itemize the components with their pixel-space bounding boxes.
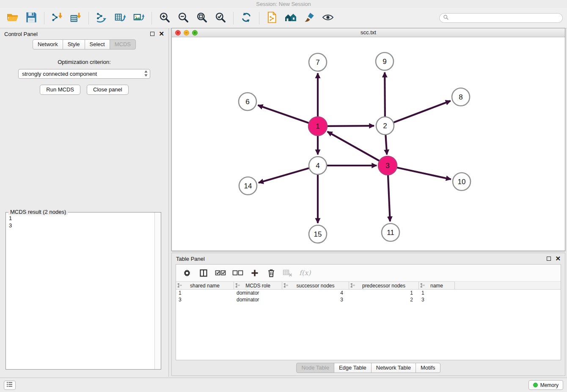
- result-scrollbar[interactable]: [154, 213, 161, 369]
- graph-edge-2-9[interactable]: [385, 72, 385, 117]
- zoom-fit-button[interactable]: [193, 10, 210, 27]
- optimization-criterion-select[interactable]: strongly connected component: [18, 69, 150, 79]
- delete-column-button[interactable]: [266, 268, 276, 279]
- zoom-in-button[interactable]: [156, 10, 173, 27]
- status-bar: Memory: [0, 378, 567, 392]
- control-tab-select[interactable]: Select: [85, 39, 110, 50]
- column-header-predecessor-nodes[interactable]: predecessor nodes: [349, 282, 419, 289]
- toolbar-separator: [88, 12, 89, 25]
- table-tab-edge-table[interactable]: Edge Table: [334, 363, 372, 373]
- float-table-panel-icon[interactable]: [547, 257, 551, 261]
- show-hide-eye-icon: [322, 11, 334, 25]
- graph-edge-3-11[interactable]: [388, 174, 390, 221]
- column-sort-icon[interactable]: [350, 283, 355, 289]
- graph-edge-4-14[interactable]: [259, 168, 309, 183]
- column-sort-icon[interactable]: [235, 283, 240, 289]
- mcds-result-line: 1: [9, 215, 151, 222]
- svg-text:10: 10: [458, 178, 466, 186]
- graph-node-15[interactable]: 15: [309, 225, 327, 243]
- column-visibility-button[interactable]: [198, 268, 209, 279]
- delete-column-icon: [267, 268, 275, 278]
- table-tab-node-table[interactable]: Node Table: [296, 363, 334, 373]
- graph-node-9[interactable]: 9: [376, 52, 394, 70]
- graph-node-8[interactable]: 8: [452, 88, 470, 106]
- table-tab-network-table[interactable]: Network Table: [371, 363, 416, 373]
- table-header-row: shared nameMCDS rolesuccessor nodesprede…: [176, 282, 561, 290]
- graph-node-2[interactable]: 2: [376, 117, 394, 135]
- add-column-button[interactable]: [250, 268, 260, 279]
- save-session-button[interactable]: [23, 10, 40, 27]
- close-panel-icon[interactable]: ✕: [159, 32, 164, 36]
- column-sort-icon[interactable]: [284, 283, 289, 289]
- table-settings-gear-button[interactable]: [182, 268, 192, 279]
- minimize-window-button[interactable]: −: [184, 30, 189, 36]
- graph-node-6[interactable]: 6: [239, 93, 256, 110]
- export-image-icon: [133, 11, 145, 25]
- app-titlebar[interactable]: Session: New Session: [0, 0, 567, 8]
- network-window-title: scc.txt: [361, 29, 376, 36]
- column-header-successor-nodes[interactable]: successor nodes: [282, 282, 349, 289]
- maximize-window-button[interactable]: +: [192, 30, 198, 36]
- graph-node-7[interactable]: 7: [309, 53, 327, 71]
- float-panel-icon[interactable]: [150, 32, 154, 36]
- table-cell: 3: [176, 297, 234, 303]
- select-all-rows-button[interactable]: [215, 268, 226, 279]
- table-tab-motifs[interactable]: Motifs: [416, 363, 440, 373]
- svg-text:3: 3: [385, 162, 389, 170]
- graph-node-3[interactable]: 3: [378, 156, 397, 175]
- table-row[interactable]: 3dominator323: [176, 296, 561, 303]
- network-graph[interactable]: 7968124314101511: [172, 38, 565, 251]
- zoom-out-button[interactable]: [175, 10, 192, 27]
- column-sort-icon[interactable]: [177, 283, 182, 289]
- column-header-name[interactable]: name: [419, 282, 455, 289]
- export-image-button[interactable]: [130, 10, 147, 27]
- export-network-button[interactable]: [93, 10, 110, 27]
- graph-edge-1-6[interactable]: [258, 105, 310, 124]
- search-box[interactable]: [439, 13, 563, 23]
- column-header-shared-name[interactable]: shared name: [176, 282, 234, 289]
- control-tab-network[interactable]: Network: [33, 39, 63, 50]
- table-row[interactable]: 1dominator411: [176, 290, 561, 296]
- network-canvas[interactable]: 7968124314101511: [172, 38, 565, 251]
- close-table-panel-icon[interactable]: ✕: [555, 257, 561, 261]
- close-panel-button[interactable]: Close panel: [87, 85, 129, 95]
- control-tab-mcds[interactable]: MCDS: [110, 39, 136, 50]
- deselect-all-rows-icon: [232, 270, 243, 276]
- network-window-titlebar[interactable]: × − + scc.txt: [172, 28, 565, 37]
- graph-node-14[interactable]: 14: [239, 177, 257, 195]
- search-input[interactable]: [451, 15, 559, 21]
- graph-edge-3-10[interactable]: [396, 168, 451, 179]
- task-history-button[interactable]: [4, 381, 16, 390]
- open-file-icon: [7, 11, 19, 25]
- memory-button[interactable]: Memory: [528, 380, 563, 390]
- mcds-result-box: MCDS result (2 nodes) 13: [6, 212, 161, 370]
- column-header-label: predecessor nodes: [362, 283, 405, 289]
- svg-text:1: 1: [316, 122, 319, 130]
- graph-edge-2-3[interactable]: [385, 135, 387, 155]
- control-tab-style[interactable]: Style: [63, 39, 85, 50]
- graph-node-1[interactable]: 1: [308, 117, 327, 135]
- graph-edge-3-1[interactable]: [328, 132, 380, 161]
- graph-edge-1-2[interactable]: [327, 126, 374, 126]
- graph-node-10[interactable]: 10: [453, 173, 471, 190]
- show-hide-eye-button[interactable]: [319, 10, 336, 27]
- graph-edge-2-8[interactable]: [394, 101, 451, 122]
- column-header-MCDS-role[interactable]: MCDS role: [234, 282, 282, 289]
- import-network-icon: [51, 11, 63, 25]
- deselect-all-rows-button[interactable]: [232, 268, 243, 279]
- export-table-button[interactable]: [112, 10, 129, 27]
- mcds-result-content: 13: [6, 213, 154, 369]
- network-document-button[interactable]: [264, 10, 281, 27]
- graph-node-11[interactable]: 11: [382, 224, 399, 241]
- graph-node-4[interactable]: 4: [309, 157, 327, 174]
- import-network-button[interactable]: [49, 10, 66, 27]
- refresh-layout-button[interactable]: [238, 10, 255, 27]
- open-file-button[interactable]: [4, 10, 21, 27]
- first-neighbors-button[interactable]: [282, 10, 299, 27]
- close-window-button[interactable]: ×: [175, 30, 181, 36]
- style-brush-button[interactable]: [301, 10, 318, 27]
- run-mcds-button[interactable]: Run MCDS: [40, 85, 80, 95]
- zoom-selected-button[interactable]: [212, 10, 229, 27]
- import-table-button[interactable]: [67, 10, 84, 27]
- column-sort-icon[interactable]: [420, 283, 425, 289]
